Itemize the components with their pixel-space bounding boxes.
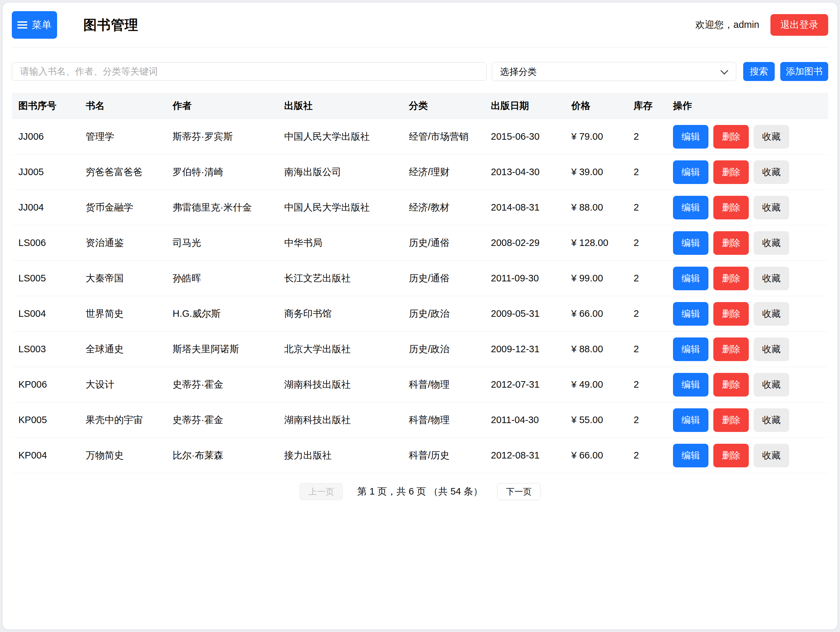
cell-book-id: LS003 xyxy=(18,344,86,355)
category-select[interactable]: 选择分类 xyxy=(492,62,736,81)
delete-button[interactable]: 删除 xyxy=(713,196,749,219)
search-button[interactable]: 搜索 xyxy=(743,62,775,81)
edit-button[interactable]: 编辑 xyxy=(673,125,709,148)
table-row: JJ004 货币金融学 弗雷德里克·米什金 中国人民大学出版社 经济/教材 20… xyxy=(12,190,828,225)
table-body: JJ006 管理学 斯蒂芬·罗宾斯 中国人民大学出版社 经管/市场营销 2015… xyxy=(12,119,828,473)
delete-button[interactable]: 删除 xyxy=(713,444,749,467)
cell-category: 历史/政治 xyxy=(409,307,491,320)
table-row: LS005 大秦帝国 孙皓晖 长江文艺出版社 历史/通俗 2011-09-30 … xyxy=(12,261,828,296)
favorite-button[interactable]: 收藏 xyxy=(754,408,789,432)
cell-date: 2009-12-31 xyxy=(491,344,571,355)
cell-category: 经济/理财 xyxy=(409,165,491,179)
delete-button[interactable]: 删除 xyxy=(713,302,749,326)
edit-button[interactable]: 编辑 xyxy=(673,266,709,290)
cell-actions: 编辑 删除 收藏 xyxy=(673,444,822,467)
cell-price: ¥ 66.00 xyxy=(571,450,634,461)
table-row: JJ005 穷爸爸富爸爸 罗伯特·清崎 南海出版公司 经济/理财 2013-04… xyxy=(12,154,828,190)
col-header-price: 价格 xyxy=(571,99,634,112)
cell-book-id: LS005 xyxy=(18,273,86,284)
cell-actions: 编辑 删除 收藏 xyxy=(673,373,822,397)
cell-actions: 编辑 删除 收藏 xyxy=(673,302,822,326)
edit-button[interactable]: 编辑 xyxy=(673,302,709,326)
favorite-button[interactable]: 收藏 xyxy=(754,266,789,290)
cell-stock: 2 xyxy=(634,131,673,142)
cell-publisher: 中国人民大学出版社 xyxy=(284,130,409,143)
cell-title: 货币金融学 xyxy=(86,201,172,214)
cell-title: 大秦帝国 xyxy=(86,272,172,285)
table-row: JJ006 管理学 斯蒂芬·罗宾斯 中国人民大学出版社 经管/市场营销 2015… xyxy=(12,119,828,154)
favorite-button[interactable]: 收藏 xyxy=(754,231,789,255)
favorite-button[interactable]: 收藏 xyxy=(754,337,789,361)
col-header-actions: 操作 xyxy=(673,99,822,112)
delete-button[interactable]: 删除 xyxy=(713,337,749,361)
cell-actions: 编辑 删除 收藏 xyxy=(673,196,822,219)
col-header-author: 作者 xyxy=(172,99,284,112)
cell-actions: 编辑 删除 收藏 xyxy=(673,231,822,255)
cell-title: 穷爸爸富爸爸 xyxy=(86,165,172,179)
table-row: LS004 世界简史 H.G.威尔斯 商务印书馆 历史/政治 2009-05-3… xyxy=(12,296,828,332)
delete-button[interactable]: 删除 xyxy=(713,373,749,397)
cell-author: 孙皓晖 xyxy=(172,272,284,285)
col-header-stock: 库存 xyxy=(634,99,673,112)
favorite-button[interactable]: 收藏 xyxy=(754,125,789,148)
edit-button[interactable]: 编辑 xyxy=(673,408,709,432)
favorite-button[interactable]: 收藏 xyxy=(754,302,789,326)
cell-price: ¥ 99.00 xyxy=(571,273,634,284)
cell-date: 2008-02-29 xyxy=(491,238,571,248)
cell-category: 历史/通俗 xyxy=(409,272,491,285)
cell-author: 弗雷德里克·米什金 xyxy=(172,201,284,214)
edit-button[interactable]: 编辑 xyxy=(673,337,709,361)
cell-title: 大设计 xyxy=(86,378,172,391)
cell-stock: 2 xyxy=(634,344,673,355)
cell-category: 经济/教材 xyxy=(409,201,491,214)
table-row: KP005 果壳中的宇宙 史蒂芬·霍金 湖南科技出版社 科普/物理 2011-0… xyxy=(12,402,828,438)
menu-button[interactable]: 菜单 xyxy=(12,11,57,39)
hamburger-icon xyxy=(17,21,27,23)
next-page-button[interactable]: 下一页 xyxy=(497,483,540,500)
menu-button-label: 菜单 xyxy=(32,18,52,32)
cell-actions: 编辑 删除 收藏 xyxy=(673,337,822,361)
cell-price: ¥ 66.00 xyxy=(571,308,634,319)
cell-title: 全球通史 xyxy=(86,343,172,356)
header: 菜单 图书管理 欢迎您，admin 退出登录 xyxy=(12,3,828,47)
page-title: 图书管理 xyxy=(83,16,139,34)
table-row: LS003 全球通史 斯塔夫里阿诺斯 北京大学出版社 历史/政治 2009-12… xyxy=(12,332,828,367)
cell-book-id: KP005 xyxy=(18,415,86,426)
cell-author: 斯蒂芬·罗宾斯 xyxy=(172,130,284,143)
cell-author: 史蒂芬·霍金 xyxy=(172,378,284,391)
favorite-button[interactable]: 收藏 xyxy=(754,161,789,184)
favorite-button[interactable]: 收藏 xyxy=(754,373,789,397)
edit-button[interactable]: 编辑 xyxy=(673,231,709,255)
welcome-text: 欢迎您，admin xyxy=(695,18,759,32)
cell-publisher: 接力出版社 xyxy=(284,449,409,462)
favorite-button[interactable]: 收藏 xyxy=(754,196,789,219)
search-input[interactable] xyxy=(12,62,486,81)
cell-actions: 编辑 删除 收藏 xyxy=(673,408,822,432)
edit-button[interactable]: 编辑 xyxy=(673,444,709,467)
delete-button[interactable]: 删除 xyxy=(713,408,749,432)
delete-button[interactable]: 删除 xyxy=(713,161,749,184)
prev-page-button[interactable]: 上一页 xyxy=(300,483,343,500)
favorite-button[interactable]: 收藏 xyxy=(754,444,789,467)
add-book-button[interactable]: 添加图书 xyxy=(780,62,828,81)
delete-button[interactable]: 删除 xyxy=(713,231,749,255)
logout-button[interactable]: 退出登录 xyxy=(771,14,828,36)
cell-book-id: LS006 xyxy=(18,238,86,248)
cell-stock: 2 xyxy=(634,415,673,426)
edit-button[interactable]: 编辑 xyxy=(673,196,709,219)
cell-date: 2012-07-31 xyxy=(491,379,571,390)
delete-button[interactable]: 删除 xyxy=(713,125,749,148)
table-header-row: 图书序号 书名 作者 出版社 分类 出版日期 价格 库存 操作 xyxy=(12,93,828,119)
cell-stock: 2 xyxy=(634,308,673,319)
cell-actions: 编辑 删除 收藏 xyxy=(673,266,822,290)
edit-button[interactable]: 编辑 xyxy=(673,161,709,184)
cell-actions: 编辑 删除 收藏 xyxy=(673,125,822,148)
table-row: KP006 大设计 史蒂芬·霍金 湖南科技出版社 科普/物理 2012-07-3… xyxy=(12,367,828,402)
pagination: 上一页 第 1 页，共 6 页 （共 54 条） 下一页 xyxy=(12,483,828,500)
table-row: KP004 万物简史 比尔·布莱森 接力出版社 科普/历史 2012-08-31… xyxy=(12,438,828,473)
delete-button[interactable]: 删除 xyxy=(713,266,749,290)
main-card: 菜单 图书管理 欢迎您，admin 退出登录 选择分类 搜索 添加图书 图书序号… xyxy=(3,3,837,629)
cell-publisher: 长江文艺出版社 xyxy=(284,272,409,285)
edit-button[interactable]: 编辑 xyxy=(673,373,709,397)
cell-title: 资治通鉴 xyxy=(86,236,172,250)
